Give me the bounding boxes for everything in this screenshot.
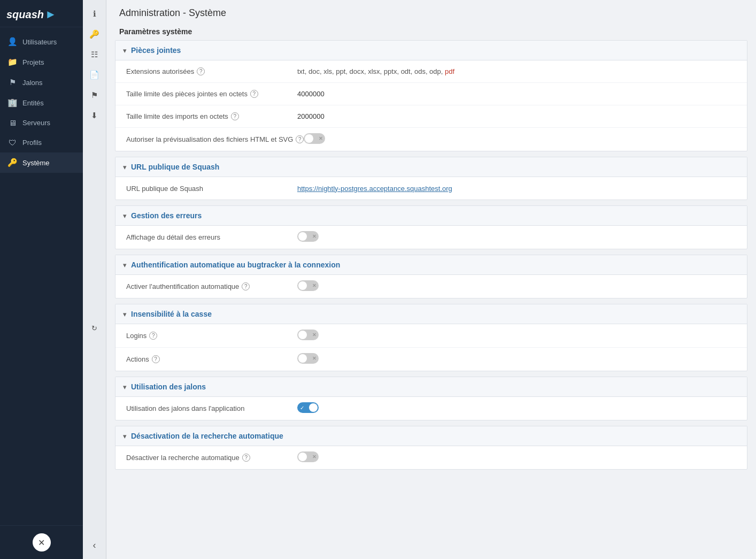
report-icon: ☷ xyxy=(91,50,98,59)
help-icon[interactable]: ? xyxy=(149,332,157,340)
section-header-jalons[interactable]: ▾ Utilisation des jalons xyxy=(115,377,747,397)
chevron-down-icon: ▾ xyxy=(123,47,127,55)
section-header-pieces-jointes[interactable]: ▾ Pièces jointes xyxy=(115,41,747,60)
toggle-x-icon: ✕ xyxy=(312,283,317,288)
toolbar-report[interactable]: ☷ xyxy=(85,45,104,64)
toggle-affichage-erreurs[interactable]: ✕ xyxy=(297,231,319,242)
refresh-icon: ↻ xyxy=(91,324,97,332)
section-header-erreurs[interactable]: ▾ Gestion des erreurs xyxy=(115,206,747,226)
section-header-insensibilite[interactable]: ▾ Insensibilité à la casse xyxy=(115,304,747,324)
setting-label-preview-html: Autoriser la prévisualisation des fichie… xyxy=(126,135,304,143)
sidebar-item-profils[interactable]: 🛡 Profils xyxy=(0,133,83,152)
logo-text: squash xyxy=(6,9,44,21)
setting-value-url: https://nightly-postgres.acceptance.squa… xyxy=(297,185,736,193)
setting-label-taille-imports: Taille limite des imports en octets ? xyxy=(126,112,297,120)
toggle-knob xyxy=(298,354,307,363)
utilisateurs-icon: 👤 xyxy=(7,37,17,47)
sidebar-item-entites[interactable]: 🏢 Entités xyxy=(0,93,83,113)
projets-icon: 📁 xyxy=(7,57,17,67)
logo-arrow: ► xyxy=(45,7,57,21)
icon-toolbar: ℹ 🔑 ☷ 📄 ⚑ ⬇ ↻ ‹ xyxy=(83,0,106,559)
chevron-down-icon: ▾ xyxy=(123,310,127,318)
toggle-x-icon: ✕ xyxy=(312,356,317,361)
toggle-logins[interactable]: ✕ xyxy=(297,330,319,340)
sidebar-item-label: Système xyxy=(22,159,50,167)
ext-colored: pdf xyxy=(445,67,454,75)
sidebar-item-systeme[interactable]: 🔑 Système xyxy=(0,152,83,173)
toolbar-refresh[interactable]: ↻ xyxy=(85,319,104,338)
help-icon[interactable]: ? xyxy=(231,112,239,120)
sidebar-item-projets[interactable]: 📁 Projets xyxy=(0,52,83,72)
setting-value-jalons-app: ✓ xyxy=(297,402,736,415)
setting-label-taille-pj: Taille limite des pièces jointes en octe… xyxy=(126,90,297,98)
toggle-actions[interactable]: ✕ xyxy=(297,353,319,364)
toolbar-download[interactable]: ⬇ xyxy=(85,106,104,125)
sidebar-item-jalons[interactable]: ⚑ Jalons xyxy=(0,72,83,93)
toolbar-info[interactable]: ℹ xyxy=(85,4,104,24)
right-panel: ℹ 🔑 ☷ 📄 ⚑ ⬇ ↻ ‹ Administration - Système xyxy=(83,0,756,559)
toolbar-flag[interactable]: ⚑ xyxy=(85,86,104,105)
setting-row-actions: Actions ? ✕ xyxy=(115,348,747,371)
sidebar-item-label: Projets xyxy=(22,58,44,66)
systeme-icon: 🔑 xyxy=(7,158,17,167)
help-icon[interactable]: ? xyxy=(296,135,304,143)
section-title: Insensibilité à la casse xyxy=(131,310,212,318)
url-link[interactable]: https://nightly-postgres.acceptance.squa… xyxy=(297,185,452,193)
help-icon[interactable]: ? xyxy=(242,454,250,462)
toolbar-key[interactable]: 🔑 xyxy=(85,25,104,44)
section-insensibilite-casse: ▾ Insensibilité à la casse Logins ? ✕ xyxy=(115,304,747,371)
help-icon[interactable]: ? xyxy=(152,355,160,363)
toggle-jalons-app[interactable]: ✓ xyxy=(297,402,319,413)
section-container: Paramètres système ▾ Pièces jointes Exte… xyxy=(106,22,756,484)
section-auth-bugtracker: ▾ Authentification automatique au bugtra… xyxy=(115,255,747,298)
page-title: Administration - Système xyxy=(119,7,226,18)
section-header-auth[interactable]: ▾ Authentification automatique au bugtra… xyxy=(115,255,747,275)
collapse-toolbar-button[interactable]: ‹ xyxy=(85,535,104,555)
setting-row-extensions: Extensions autorisées ? txt, doc, xls, p… xyxy=(115,60,747,83)
download-icon: ⬇ xyxy=(91,111,98,120)
page-header: Administration - Système xyxy=(106,0,756,22)
toggle-knob xyxy=(298,281,307,290)
toolbar-document[interactable]: 📄 xyxy=(85,65,104,85)
section-title: Gestion des erreurs xyxy=(131,211,202,220)
help-icon[interactable]: ? xyxy=(197,67,205,75)
setting-row-affichage-erreurs: Affichage du détail des erreurs ✕ xyxy=(115,226,747,249)
setting-value-logins: ✕ xyxy=(297,330,736,342)
toggle-knob xyxy=(298,453,307,461)
setting-value-affichage-erreurs: ✕ xyxy=(297,231,736,243)
sidebar-nav: 👤 Utilisateurs 📁 Projets ⚑ Jalons 🏢 Enti… xyxy=(0,27,83,525)
flag-icon: ⚑ xyxy=(91,90,98,100)
toggle-x-icon: ✕ xyxy=(319,136,323,141)
setting-value-actions: ✕ xyxy=(297,353,736,365)
info-icon: ℹ xyxy=(93,9,96,19)
section-header-url[interactable]: ▾ URL publique de Squash xyxy=(115,157,747,177)
section-url-publique: ▾ URL publique de Squash URL publique de… xyxy=(115,157,747,200)
toggle-preview-html[interactable]: ✕ xyxy=(304,133,325,144)
toggle-check-icon: ✓ xyxy=(300,405,304,411)
section-title: URL publique de Squash xyxy=(131,163,219,171)
help-icon[interactable]: ? xyxy=(250,90,258,98)
collapse-icon: ‹ xyxy=(93,540,96,551)
help-icon[interactable]: ? xyxy=(242,282,250,290)
chevron-down-icon: ▾ xyxy=(123,432,127,440)
setting-value-extensions: txt, doc, xls, ppt, docx, xlsx, pptx, od… xyxy=(297,67,736,75)
setting-label-logins: Logins ? xyxy=(126,332,297,340)
sidebar-item-utilisateurs[interactable]: 👤 Utilisateurs xyxy=(0,32,83,52)
setting-label-affichage-erreurs: Affichage du détail des erreurs xyxy=(126,233,297,241)
close-button[interactable]: ✕ xyxy=(33,533,51,552)
toggle-x-icon: ✕ xyxy=(312,234,317,239)
section-title: Utilisation des jalons xyxy=(131,382,206,391)
toggle-x-icon: ✕ xyxy=(312,454,317,460)
toggle-auth-auto[interactable]: ✕ xyxy=(297,280,319,291)
sidebar-item-serveurs[interactable]: 🖥 Serveurs xyxy=(0,113,83,133)
section-header-recherche[interactable]: ▾ Désactivation de la recherche automati… xyxy=(115,426,747,446)
chevron-down-icon: ▾ xyxy=(123,261,127,269)
jalons-icon: ⚑ xyxy=(7,78,17,87)
toggle-desactiver-recherche[interactable]: ✕ xyxy=(297,451,319,462)
setting-row-logins: Logins ? ✕ xyxy=(115,324,747,348)
section-pieces-jointes: ▾ Pièces jointes Extensions autorisées ?… xyxy=(115,40,747,151)
sidebar-bottom: ✕ xyxy=(0,525,83,559)
section-utilisation-jalons: ▾ Utilisation des jalons Utilisation des… xyxy=(115,377,747,420)
entites-icon: 🏢 xyxy=(7,98,17,108)
setting-label-actions: Actions ? xyxy=(126,355,297,363)
